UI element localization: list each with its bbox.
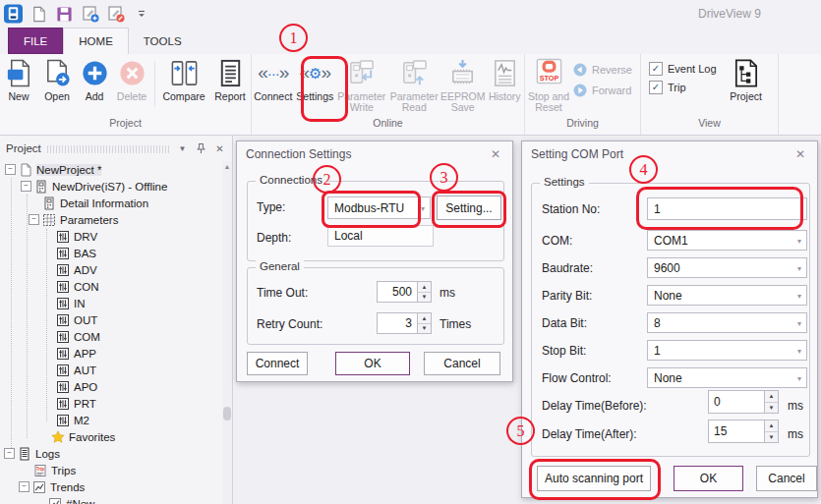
delete-circle-icon xyxy=(117,58,147,88)
star-icon xyxy=(51,430,65,444)
ribbon-group-view: ✓ Event Log ✓ Trip Project View xyxy=(641,54,779,135)
connect-button[interactable]: «···» Connect xyxy=(252,57,295,102)
tab-home[interactable]: HOME xyxy=(63,28,129,54)
parameter-group-icon xyxy=(56,397,70,411)
stop-bit-combobox[interactable]: 1 ▾ xyxy=(647,340,807,361)
cancel-button[interactable]: Cancel xyxy=(424,352,500,375)
stop-icon xyxy=(534,58,564,88)
compare-button[interactable]: Compare xyxy=(158,57,209,102)
collapse-icon[interactable]: − xyxy=(19,481,29,492)
trip-checkbox[interactable]: ✓ xyxy=(649,81,663,94)
quick-edit-add-icon[interactable] xyxy=(81,5,99,24)
new-button[interactable]: New xyxy=(0,57,37,102)
annotation-rect-type-combo xyxy=(322,191,421,228)
event-log-checkbox[interactable]: ✓ xyxy=(649,62,663,76)
delay-after-unit: ms xyxy=(788,427,803,441)
tree-item-bas[interactable]: BAS xyxy=(0,245,222,261)
dialog-title: Setting COM Port xyxy=(531,147,623,161)
quick-access-caret-icon[interactable] xyxy=(132,5,150,24)
panel-drag-texture[interactable] xyxy=(47,145,170,153)
type-label: Type: xyxy=(257,200,285,214)
spin-up-icon[interactable]: ▲ xyxy=(418,313,431,324)
com-combobox[interactable]: COM1 ▾ xyxy=(647,230,807,251)
tree-item-trends[interactable]: − Trends xyxy=(0,478,222,495)
flow-control-label: Flow Control: xyxy=(542,371,612,385)
parameter-group-icon xyxy=(56,380,70,394)
event-log-checkbox-row[interactable]: ✓ Event Log xyxy=(649,62,717,76)
tree-item-aut[interactable]: AUT xyxy=(0,362,222,378)
quick-new-icon[interactable] xyxy=(29,5,48,24)
tree-item-favorites[interactable]: Favorites xyxy=(0,428,222,445)
parameter-group-icon xyxy=(56,297,70,310)
collapse-icon[interactable]: − xyxy=(4,448,15,459)
tab-tools[interactable]: TOOLS xyxy=(129,28,197,54)
close-icon[interactable]: ✕ xyxy=(488,147,503,161)
baudrate-combobox[interactable]: 9600 ▾ xyxy=(647,257,807,278)
collapse-icon[interactable]: − xyxy=(21,181,31,192)
spin-down-icon[interactable]: ▼ xyxy=(418,293,431,303)
tree-item-trips[interactable]: Trips xyxy=(0,462,222,478)
annotation-rect-auto-scan xyxy=(529,459,661,500)
parameter-group-icon xyxy=(56,263,70,277)
connect-dialog-button[interactable]: Connect xyxy=(247,352,308,375)
panel-chevron-down-icon[interactable]: ▼ xyxy=(176,142,189,155)
tree-item-m2[interactable]: M2 xyxy=(0,412,222,428)
project-view-button[interactable]: Project xyxy=(723,57,770,102)
delay-before-stepper[interactable]: 0 ▲▼ xyxy=(708,390,779,414)
delay-after-stepper[interactable]: 15 ▲▼ xyxy=(708,420,779,443)
tree-item-drv[interactable]: DRV xyxy=(0,228,222,245)
tree-item-adv[interactable]: ADV xyxy=(0,261,222,278)
tree-item-detail-information[interactable]: Detail Information xyxy=(0,195,222,211)
tree-item-newdrive[interactable]: − NewDrive(iS7) - Offline xyxy=(0,178,222,195)
parameter-write-icon xyxy=(346,58,377,88)
collapse-icon[interactable]: − xyxy=(29,214,39,225)
ok-button[interactable]: OK xyxy=(335,352,410,375)
scrollbar-thumb[interactable] xyxy=(223,407,231,420)
spin-up-icon[interactable]: ▲ xyxy=(765,420,778,432)
tree-item-in[interactable]: IN xyxy=(0,295,222,311)
spin-down-icon[interactable]: ▼ xyxy=(418,324,431,334)
parity-bit-combobox[interactable]: None ▾ xyxy=(647,285,807,306)
data-bit-combobox[interactable]: 8 ▾ xyxy=(647,312,807,333)
tree-item-con[interactable]: CON xyxy=(0,278,222,295)
spin-up-icon[interactable]: ▲ xyxy=(418,282,431,293)
trip-checkbox-row[interactable]: ✓ Trip xyxy=(649,81,717,94)
spin-up-icon[interactable]: ▲ xyxy=(765,391,778,403)
tree-item-parameters[interactable]: − Parameters xyxy=(0,211,222,228)
quick-save-icon[interactable] xyxy=(55,5,74,24)
report-button[interactable]: Report xyxy=(209,57,251,102)
tree-scrollbar[interactable]: ▲ xyxy=(222,161,232,504)
panel-pin-icon[interactable] xyxy=(195,142,207,155)
cancel-button[interactable]: Cancel xyxy=(756,466,817,491)
spin-down-icon[interactable]: ▼ xyxy=(765,403,778,414)
panel-close-icon[interactable]: ✕ xyxy=(213,142,226,155)
spin-down-icon[interactable]: ▼ xyxy=(765,432,778,443)
open-button[interactable]: Open xyxy=(37,57,77,102)
trend-icon xyxy=(48,497,62,504)
tree-item-apo[interactable]: APO xyxy=(0,378,222,395)
tab-file[interactable]: FILE xyxy=(8,28,63,54)
ribbon-group-driving: Stop and Reset Reverse Forward Driving xyxy=(525,54,641,135)
flow-control-combobox[interactable]: None ▾ xyxy=(647,367,807,388)
add-button[interactable]: Add xyxy=(77,57,112,102)
tree-item-app[interactable]: APP xyxy=(0,345,222,362)
timeout-stepper[interactable]: 500 ▲▼ xyxy=(377,281,432,303)
tree-item-logs[interactable]: − Logs xyxy=(0,445,222,462)
close-icon[interactable]: ✕ xyxy=(792,147,808,161)
tree-item-out[interactable]: OUT xyxy=(0,311,222,328)
delete-button: Delete xyxy=(112,57,151,102)
annotation-circle-4: 4 xyxy=(629,155,658,184)
tree-item-prt[interactable]: PRT xyxy=(0,395,222,412)
tree-item-com[interactable]: COM xyxy=(0,328,222,345)
quick-edit-remove-icon[interactable] xyxy=(106,5,125,24)
ok-button[interactable]: OK xyxy=(674,466,743,491)
dialog-title-bar[interactable]: Setting COM Port ✕ xyxy=(522,141,817,166)
chevron-down-icon: ▾ xyxy=(797,291,801,300)
retry-stepper[interactable]: 3 ▲▼ xyxy=(377,312,432,334)
scroll-up-icon[interactable]: ▲ xyxy=(222,163,232,170)
project-panel-title: Project xyxy=(6,142,41,154)
tree-item-newproject[interactable]: − NewProject * xyxy=(0,161,222,178)
collapse-icon[interactable]: − xyxy=(5,164,16,175)
dialog-title-bar[interactable]: Connection Settings ✕ xyxy=(237,141,512,166)
tree-item-new-trend[interactable]: #New xyxy=(0,495,222,504)
